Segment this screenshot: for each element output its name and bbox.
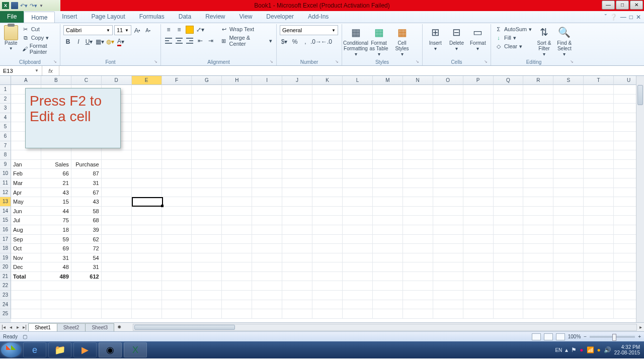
cell[interactable] [523,122,553,132]
cell[interactable] [553,309,584,319]
cell[interactable] [162,197,192,207]
cell[interactable]: 67 [71,188,102,198]
cell[interactable] [132,122,162,132]
cell[interactable] [162,272,192,282]
cell[interactable] [553,216,584,225]
cell[interactable] [584,244,614,253]
cell[interactable] [222,141,252,151]
cell[interactable] [523,253,553,263]
cell[interactable] [102,291,132,300]
cell[interactable] [312,300,343,310]
zoom-in-icon[interactable]: + [638,334,641,339]
cell[interactable] [403,197,433,207]
cell[interactable] [373,113,403,123]
row-header-11[interactable]: 11 [0,178,11,188]
cell[interactable] [132,169,162,178]
tab-formulas[interactable]: Formulas [132,11,172,23]
cell[interactable] [312,216,343,225]
cell[interactable] [252,272,282,282]
cell[interactable] [132,188,162,198]
cell[interactable]: Dec [11,262,41,272]
format-cells-button[interactable]: ▭Format▾ [468,25,488,51]
cell[interactable] [584,160,614,169]
tray-app2-icon[interactable]: ● [597,346,601,353]
cell[interactable] [584,262,614,272]
zoom-level[interactable]: 100% [568,334,581,339]
cell[interactable] [403,132,433,141]
cell[interactable] [373,197,403,207]
cell[interactable] [584,207,614,216]
cell[interactable] [343,104,373,113]
worksheet-grid[interactable]: 1234567891011121314151617181920212223242… [0,76,644,322]
cell[interactable] [282,262,312,272]
cell[interactable] [463,225,494,235]
cell[interactable] [373,122,403,132]
cell[interactable] [343,197,373,207]
sort-filter-button[interactable]: ⇅Sort & Filter ▾ [535,25,553,57]
cell[interactable] [553,262,584,272]
cell[interactable] [282,113,312,123]
cell[interactable]: Feb [11,169,41,178]
cell[interactable] [403,291,433,300]
cell[interactable] [343,262,373,272]
cell[interactable] [222,113,252,123]
cell[interactable] [553,141,584,151]
cell[interactable] [11,291,41,300]
cell[interactable] [494,169,524,178]
row-header-15[interactable]: 15 [0,216,11,225]
cell[interactable] [312,150,343,160]
cell[interactable]: 15 [41,197,71,207]
cell[interactable] [343,291,373,300]
cell[interactable] [494,95,524,104]
cell[interactable] [102,207,132,216]
cell[interactable] [373,188,403,198]
cell[interactable] [312,291,343,300]
cell[interactable] [373,281,403,291]
font-size-select[interactable]: 11▼ [114,25,131,35]
cell[interactable] [102,178,132,188]
cell[interactable] [162,300,192,310]
cell[interactable] [132,160,162,169]
cell[interactable] [494,272,524,282]
cell[interactable] [403,225,433,235]
cell[interactable] [494,132,524,141]
cell[interactable] [523,188,553,198]
cell[interactable] [192,141,222,151]
page-layout-view-icon[interactable] [544,333,553,340]
cell[interactable] [584,216,614,225]
cell[interactable] [433,178,463,188]
cell[interactable] [312,225,343,235]
cell[interactable] [102,197,132,207]
cell[interactable] [282,122,312,132]
cell[interactable]: 21 [41,178,71,188]
cell[interactable] [373,207,403,216]
row-header-18[interactable]: 18 [0,244,11,253]
cell[interactable] [252,281,282,291]
row-header-6[interactable]: 6 [0,132,11,141]
cell[interactable] [553,207,584,216]
cell[interactable] [132,178,162,188]
cell[interactable] [494,235,524,244]
cell[interactable] [132,244,162,253]
cell[interactable]: 58 [71,207,102,216]
cell[interactable] [584,188,614,198]
col-header-R[interactable]: R [523,76,553,85]
cell[interactable] [102,253,132,263]
cell[interactable] [433,132,463,141]
cell[interactable] [282,141,312,151]
cell[interactable] [312,281,343,291]
conditional-formatting-button[interactable]: ▦Conditional Formatting ▾ [345,25,366,57]
cell[interactable]: Purchase [71,160,102,169]
col-header-P[interactable]: P [463,76,494,85]
font-color-button[interactable]: A▾ [116,37,125,46]
cell[interactable] [584,235,614,244]
cell[interactable] [312,253,343,263]
cell[interactable] [162,141,192,151]
cell[interactable] [343,225,373,235]
cell[interactable] [162,122,192,132]
cell[interactable] [584,253,614,263]
cell[interactable] [312,207,343,216]
cell[interactable] [192,244,222,253]
cell[interactable] [373,104,403,113]
cell[interactable]: Jun [11,207,41,216]
